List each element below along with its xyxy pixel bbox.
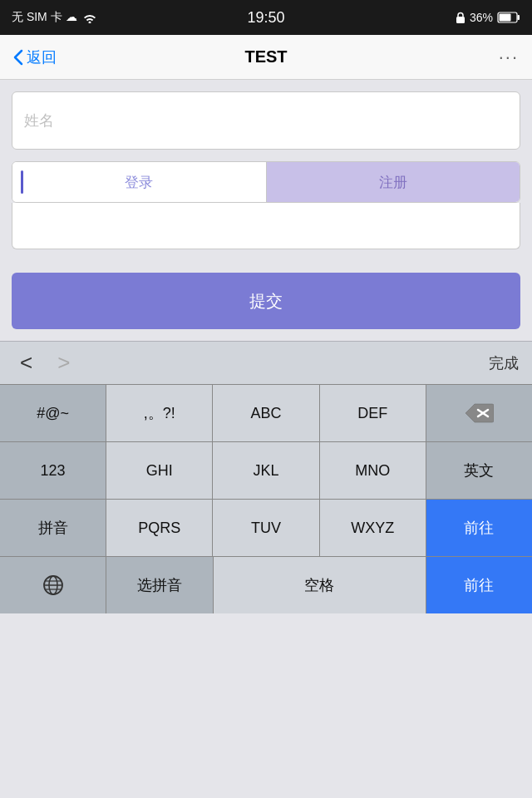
- key-mno[interactable]: MNO: [320, 442, 426, 499]
- name-input-container: [12, 91, 520, 150]
- more-button[interactable]: ···: [499, 47, 519, 68]
- key-goto-bottom[interactable]: 前往: [426, 557, 532, 613]
- sim-status: 无 SIM 卡 ☁: [12, 10, 77, 25]
- key-ghi[interactable]: GHI: [106, 442, 213, 499]
- globe-icon: [42, 574, 64, 596]
- keyboard-toolbar: < > 完成: [0, 341, 532, 384]
- keyboard-row-1: #@~ ,。?! ABC DEF: [0, 384, 532, 441]
- svg-rect-3: [500, 14, 511, 22]
- back-button[interactable]: 返回: [13, 47, 57, 67]
- keyboard-prev-button[interactable]: <: [13, 347, 39, 379]
- key-special[interactable]: #@~: [0, 385, 106, 441]
- keyboard-nav: < >: [13, 347, 76, 379]
- backspace-icon: [464, 402, 494, 424]
- keyboard: #@~ ,。?! ABC DEF 123 GHI JKL MNO 英文 拼音 P…: [0, 384, 532, 613]
- backspace-key[interactable]: [426, 385, 532, 441]
- status-left: 无 SIM 卡 ☁: [12, 10, 97, 25]
- key-punctuation[interactable]: ,。?!: [106, 385, 213, 441]
- keyboard-done-button[interactable]: 完成: [489, 353, 519, 373]
- key-english[interactable]: 英文: [426, 442, 532, 499]
- svg-rect-0: [456, 17, 465, 23]
- key-space[interactable]: 空格: [214, 557, 426, 613]
- key-select-pinyin[interactable]: 选拼音: [106, 557, 213, 613]
- status-time: 19:50: [247, 9, 284, 27]
- name-input[interactable]: [24, 112, 508, 130]
- keyboard-row-3: 拼音 PQRS TUV WXYZ 前往: [0, 499, 532, 556]
- second-input-area: [0, 203, 532, 261]
- second-input-container: [12, 203, 520, 249]
- key-def[interactable]: DEF: [320, 385, 426, 441]
- second-input[interactable]: [24, 217, 508, 234]
- key-goto[interactable]: 前往: [426, 500, 532, 556]
- key-123[interactable]: 123: [0, 442, 106, 499]
- status-bar: 无 SIM 卡 ☁ 19:50 36%: [0, 0, 532, 35]
- nav-bar: 返回 TEST ···: [0, 35, 532, 80]
- keyboard-next-button[interactable]: >: [51, 347, 76, 379]
- status-right: 36%: [456, 11, 520, 24]
- back-label: 返回: [27, 47, 57, 67]
- key-globe[interactable]: [0, 557, 106, 613]
- battery-icon: [497, 12, 520, 23]
- submit-button[interactable]: 提交: [12, 273, 520, 329]
- key-abc[interactable]: ABC: [213, 385, 319, 441]
- key-tuv[interactable]: TUV: [213, 500, 319, 556]
- content-area: 登录 注册: [0, 80, 532, 203]
- svg-rect-2: [518, 15, 520, 20]
- battery-percent: 36%: [470, 11, 493, 24]
- chevron-left-icon: [13, 49, 23, 66]
- key-jkl[interactable]: JKL: [213, 442, 319, 499]
- lock-icon: [456, 12, 466, 24]
- submit-area: 提交: [0, 261, 532, 341]
- page-title: TEST: [244, 47, 287, 66]
- key-pinyin[interactable]: 拼音: [0, 500, 106, 556]
- tab-switcher: 登录 注册: [12, 161, 520, 203]
- tab-register[interactable]: 注册: [267, 162, 520, 202]
- tab-login[interactable]: 登录: [12, 162, 266, 202]
- key-wxyz[interactable]: WXYZ: [320, 500, 426, 556]
- keyboard-row-2: 123 GHI JKL MNO 英文: [0, 441, 532, 499]
- keyboard-row-4: 选拼音 空格 前往: [0, 556, 532, 613]
- key-pqrs[interactable]: PQRS: [106, 500, 213, 556]
- wifi-icon: [82, 12, 97, 23]
